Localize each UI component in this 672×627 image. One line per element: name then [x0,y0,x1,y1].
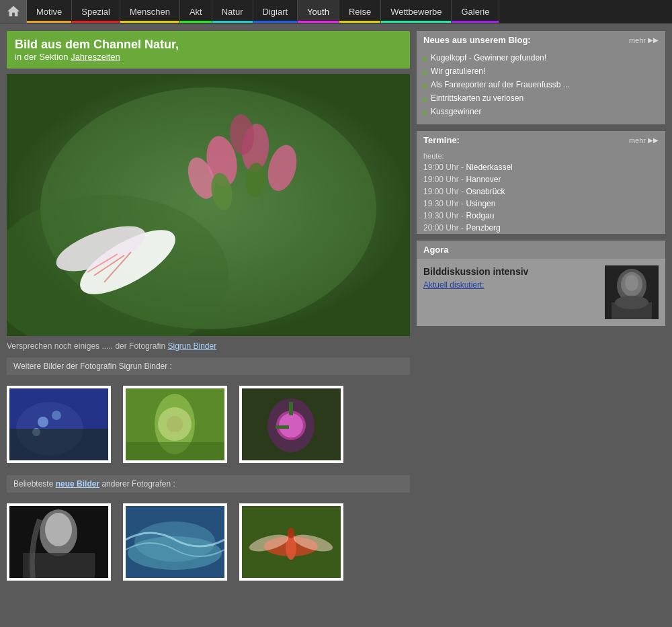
nav-color-bar-digiart [253,21,298,23]
blog-item-2: ▸ Wir gratulieren! [423,67,659,77]
termine-title: Termine: [423,135,460,145]
popular-photos-header: Beliebteste neue Bilder anderer Fotograf… [7,475,410,493]
photographer-thumbnails [7,380,410,468]
nav-item-spezial[interactable]: Spezial [72,0,120,23]
nav-item-youth[interactable]: Youth [298,0,339,23]
blog-arrow-2: ▸ [423,67,428,77]
nav-item-galerie[interactable]: Galerie [452,0,499,23]
svg-point-34 [45,513,72,546]
nav-color-bar-galerie [452,21,499,23]
main-image[interactable] [7,74,410,336]
blog-arrow-5: ▸ [423,107,428,118]
nav-item-menschen[interactable]: Menschen [120,0,180,23]
thumbnail-1[interactable] [7,386,111,463]
blog-arrow-1: ▸ [423,53,428,64]
channel-banner: Bild aus dem Channel Natur, in der Sekti… [7,31,410,69]
termin-link-3[interactable]: Osnabrück [466,187,505,196]
blog-link-1[interactable]: Kugelkopf - Gewinner gefunden! [431,53,546,62]
navigation: Motive Spezial Menschen Akt Natur Digiar… [0,0,672,24]
svg-point-45 [288,528,294,538]
nav-color-bar-wettbewerbe [381,21,451,23]
termin-link-2[interactable]: Hannover [466,175,501,184]
termin-link-6[interactable]: Penzberg [466,223,500,233]
blog-box: Neues aus unserem Blog: mehr ▶▶ ▸ Kugelk… [417,31,665,124]
agora-portrait[interactable] [605,265,659,319]
nav-color-bar-menschen [120,21,179,23]
thumbnail-2[interactable] [123,386,227,463]
blog-mehr-link[interactable]: mehr ▶▶ [629,36,659,44]
blog-mehr-arrows: ▶▶ [648,36,659,44]
agora-header: Agora [417,241,665,259]
blog-arrow-3: ▸ [423,80,428,91]
channel-link[interactable]: Jahreszeiten [71,52,120,62]
nav-item-natur[interactable]: Natur [212,0,253,23]
blog-title: Neues aus unserem Blog: [423,35,531,45]
svg-point-17 [38,417,48,427]
nav-item-akt[interactable]: Akt [180,0,212,23]
termine-box: Termine: mehr ▶▶ heute: 19:00 Uhr - Nied… [417,131,665,234]
more-photos-header: Weitere Bilder der Fotografin Sigrun Bin… [7,358,410,375]
termin-link-4[interactable]: Usingen [466,199,495,208]
termine-heute: heute: [417,149,665,161]
flower-svg [7,74,410,336]
thumb-image-3 [242,388,341,460]
photographer-link[interactable]: Sigrun Binder [167,341,216,351]
home-button[interactable] [0,0,27,24]
nav-item-motive[interactable]: Motive [27,0,72,23]
disc-title: Bilddiskussion intensiv [423,265,598,278]
termin-5: 19:30 Uhr - Rodgau [417,210,665,222]
popular-thumb-image-3 [242,506,341,578]
svg-rect-31 [276,425,289,429]
termin-2: 19:00 Uhr - Hannover [417,173,665,185]
svg-rect-30 [289,402,293,415]
blog-link-5[interactable]: Kussgewinner [431,107,481,116]
blog-item-4: ▸ Eintrittskarten zu verlosen [423,93,659,104]
sidebar: Neues aus unserem Blog: mehr ▶▶ ▸ Kugelk… [417,31,665,593]
thumb-image-1 [9,388,108,460]
nav-color-bar-youth [298,21,339,23]
agora-title: Agora [423,245,449,255]
agora-box: Agora Bilddiskussion intensiv Aktuell di… [417,241,665,326]
new-images-link[interactable]: neue Bilder [56,479,99,489]
termin-6: 20:00 Uhr - Penzberg [417,222,665,234]
flower-image [7,74,410,336]
nav-item-digiart[interactable]: Digiart [253,0,298,23]
termin-1: 19:00 Uhr - Niederkassel [417,161,665,173]
termin-link-1[interactable]: Niederkassel [466,163,512,172]
blog-item-5: ▸ Kussgewinner [423,107,659,118]
blog-item-1: ▸ Kugelkopf - Gewinner gefunden! [423,53,659,64]
termine-mehr-link[interactable]: mehr ▶▶ [629,136,659,144]
nav-menu: Motive Spezial Menschen Akt Natur Digiar… [27,0,499,23]
blog-link-3[interactable]: Als Fanreporter auf der Frauenfussb ... [431,80,570,89]
termin-4: 19:30 Uhr - Usingen [417,198,665,210]
thumbnail-3[interactable] [239,386,343,463]
nav-item-wettbewerbe[interactable]: Wettbewerbe [381,0,452,23]
termine-header: Termine: mehr ▶▶ [417,131,665,149]
channel-title: Bild aus dem Channel Natur, [15,38,402,52]
main-caption: Versprechen noch einiges ..... der Fotog… [7,341,410,351]
main-content: Bild aus dem Channel Natur, in der Sekti… [7,31,410,593]
agora-text: Bilddiskussion intensiv Aktuell diskutie… [423,265,598,290]
content-wrapper: Bild aus dem Channel Natur, in der Sekti… [0,24,672,599]
blog-header: Neues aus unserem Blog: mehr ▶▶ [417,31,665,49]
blog-link-4[interactable]: Eintrittskarten zu verlosen [431,93,523,103]
nav-item-reise[interactable]: Reise [339,0,381,23]
svg-point-24 [167,416,183,432]
nav-color-bar-motive [27,21,71,23]
svg-rect-25 [126,442,224,460]
svg-point-51 [615,296,648,309]
disc-link[interactable]: Aktuell diskutiert: [423,280,598,290]
popular-thumbnail-2[interactable] [123,503,227,581]
termin-link-5[interactable]: Rodgau [466,211,494,220]
blog-link-2[interactable]: Wir gratulieren! [431,67,485,76]
termine-mehr-arrows: ▶▶ [648,136,659,144]
nav-color-bar-akt [180,21,212,23]
blog-content: ▸ Kugelkopf - Gewinner gefunden! ▸ Wir g… [417,49,665,124]
agora-content: Bilddiskussion intensiv Aktuell diskutie… [417,259,665,326]
popular-thumbnail-1[interactable] [7,503,111,581]
popular-thumbnail-3[interactable] [239,503,343,581]
nav-color-bar-spezial [72,21,120,23]
popular-thumb-image-2 [126,506,224,578]
channel-subtitle: in der Sektion Jahreszeiten [15,52,402,62]
popular-thumbnails [7,498,410,586]
